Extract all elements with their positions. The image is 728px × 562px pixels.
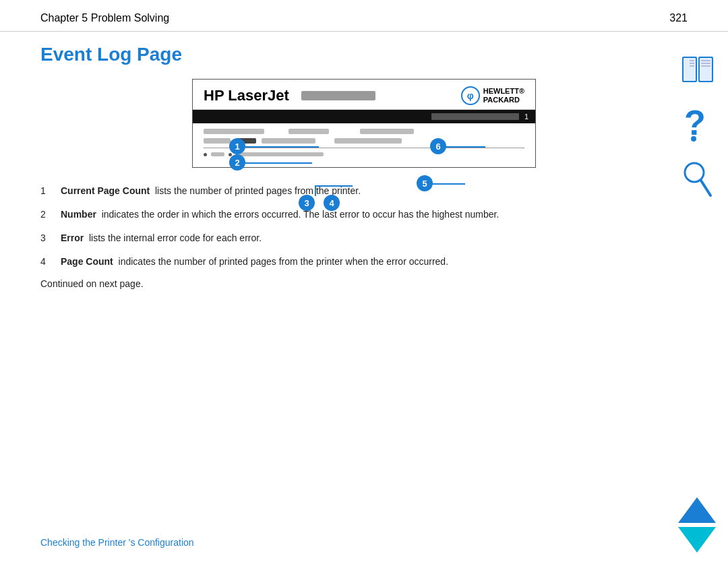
dot-1 bbox=[204, 153, 207, 156]
separator-line bbox=[204, 148, 524, 148]
desc-item-3: 3 Error lists the internal error code fo… bbox=[40, 231, 688, 245]
desc-num-4: 4 bbox=[40, 255, 53, 269]
printer-box: HP LaserJet φ HEWLETT® PACKARD 1 bbox=[192, 79, 536, 168]
footer-link[interactable]: Checking the Printer 's Configuration bbox=[40, 537, 194, 548]
bar-1c bbox=[360, 129, 414, 134]
printer-logo-bar bbox=[301, 91, 375, 100]
printer-logo-text: HP LaserJet bbox=[204, 87, 289, 104]
bar-2c bbox=[262, 138, 315, 144]
desc-text-3: Error lists the internal error code for … bbox=[61, 231, 688, 245]
hp-brand: HEWLETT® PACKARD bbox=[483, 87, 524, 104]
page-title: Event Log Page bbox=[0, 32, 728, 79]
bottom-nav bbox=[678, 497, 716, 553]
callout-line-1 bbox=[245, 146, 319, 148]
svg-point-11 bbox=[691, 136, 696, 142]
header-chapter: Chapter 5 Problem Solving bbox=[40, 12, 169, 24]
callout-line-2 bbox=[245, 162, 312, 164]
data-row-3 bbox=[204, 152, 524, 156]
black-bar-row: 1 bbox=[193, 110, 535, 123]
question-icon[interactable]: ? bbox=[683, 105, 712, 142]
desc-text-1: Current Page Count lists the number of p… bbox=[61, 184, 688, 198]
dot-2 bbox=[229, 153, 232, 156]
description-list: 1 Current Page Count lists the number of… bbox=[40, 184, 688, 269]
data-row-2 bbox=[204, 138, 524, 144]
svg-rect-3 bbox=[700, 58, 712, 81]
desc-item-1: 1 Current Page Count lists the number of… bbox=[40, 184, 688, 198]
continued-text: Continued on next page. bbox=[40, 278, 688, 289]
sbar-2 bbox=[236, 152, 324, 156]
hewlett-text: HEWLETT® bbox=[483, 87, 524, 96]
bar-1a bbox=[204, 129, 264, 134]
callout-line-3-v bbox=[315, 185, 316, 196]
magnifier-icon[interactable] bbox=[682, 160, 713, 198]
bar-2a bbox=[204, 138, 231, 144]
callout-2: 2 bbox=[229, 154, 245, 170]
book-icon[interactable] bbox=[679, 54, 716, 86]
footer: Checking the Printer 's Configuration bbox=[40, 536, 728, 549]
page-header: Chapter 5 Problem Solving 321 bbox=[0, 0, 728, 32]
callout-line-3-h bbox=[315, 185, 353, 187]
callout-5: 5 bbox=[417, 175, 433, 191]
svg-rect-2 bbox=[684, 58, 696, 81]
desc-num-1: 1 bbox=[40, 184, 53, 198]
bar-1b bbox=[289, 129, 329, 134]
desc-item-2: 2 Number indicates the order in which th… bbox=[40, 208, 688, 222]
hp-symbol: φ bbox=[467, 90, 474, 101]
svg-point-12 bbox=[685, 163, 704, 182]
nav-down-button[interactable] bbox=[678, 527, 716, 553]
callout-6: 6 bbox=[430, 138, 446, 154]
desc-item-4: 4 Page Count indicates the number of pri… bbox=[40, 255, 688, 269]
hp-circle: φ bbox=[461, 86, 480, 105]
bar-2d bbox=[334, 138, 402, 144]
printer-header-row: HP LaserJet φ HEWLETT® PACKARD bbox=[193, 80, 535, 110]
desc-num-2: 2 bbox=[40, 208, 53, 222]
svg-line-13 bbox=[701, 181, 710, 195]
hp-logo: φ HEWLETT® PACKARD bbox=[461, 86, 524, 105]
page-num-label: 1 bbox=[524, 113, 528, 121]
desc-text-2: Number indicates the order in which the … bbox=[61, 208, 688, 222]
callout-3: 3 bbox=[299, 195, 315, 211]
desc-text-4: Page Count indicates the number of print… bbox=[61, 255, 688, 269]
callout-1: 1 bbox=[229, 138, 245, 154]
black-bar-inner bbox=[431, 113, 519, 120]
packard-text: PACKARD bbox=[483, 96, 524, 104]
nav-up-button[interactable] bbox=[678, 497, 716, 523]
printer-diagram-wrapper: 1 2 3 4 5 6 HP LaserJet bbox=[175, 79, 553, 168]
sidebar-icons: ? bbox=[679, 54, 716, 198]
sbar-1 bbox=[211, 152, 224, 156]
data-row-1 bbox=[204, 129, 524, 134]
callout-4: 4 bbox=[324, 195, 340, 211]
main-content: 1 2 3 4 5 6 HP LaserJet bbox=[0, 79, 728, 289]
desc-num-3: 3 bbox=[40, 231, 53, 245]
svg-text:?: ? bbox=[684, 105, 706, 142]
header-page-num: 321 bbox=[669, 12, 688, 24]
